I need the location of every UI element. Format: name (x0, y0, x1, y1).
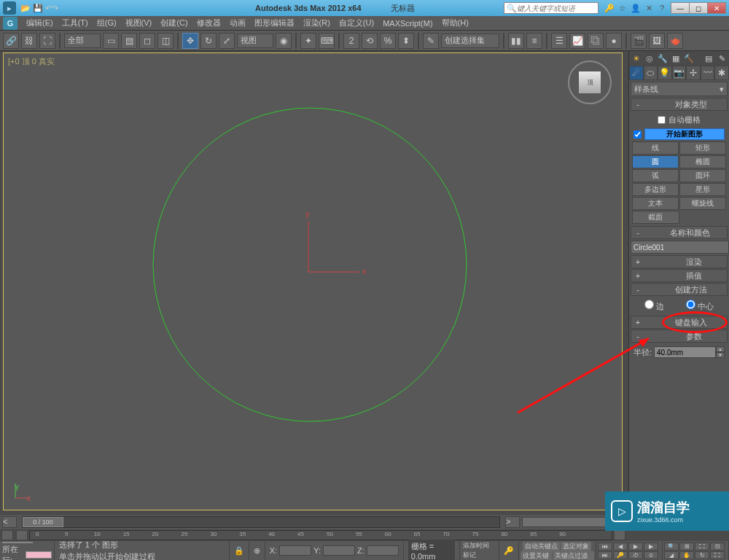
time-tag-add[interactable]: 添加时间标记 (460, 541, 499, 560)
rollout-object-type[interactable]: -对象类型 (631, 98, 728, 111)
radius-spinner[interactable]: ▲▼ (654, 346, 725, 358)
fov-icon[interactable]: ◢ (664, 551, 679, 559)
next-frame-icon[interactable]: ▶ (644, 542, 658, 551)
menu-edit[interactable]: 编辑(E) (22, 18, 58, 28)
render-icon[interactable]: 🫖 (667, 33, 683, 49)
zoom-extents-icon[interactable]: ⛶ (695, 542, 709, 551)
goto-end-icon[interactable]: ⏭ (598, 551, 612, 559)
script-input[interactable] (26, 551, 52, 559)
time-slider-track[interactable]: 0 / 100 (22, 516, 500, 528)
radio-edge[interactable]: 边 (644, 300, 664, 312)
menu-views[interactable]: 视图(V) (121, 18, 157, 28)
menu-help[interactable]: 帮助(H) (437, 18, 473, 28)
lock-selection-icon[interactable]: 🔒 (230, 541, 249, 560)
bind-icon[interactable]: ⛶ (39, 33, 55, 49)
category-dropdown[interactable]: 样条线▾ (631, 82, 728, 96)
rollout-interp[interactable]: +插值 (631, 269, 728, 282)
menu-create[interactable]: 创建(C) (156, 18, 192, 28)
menu-customize[interactable]: 自定义(U) (335, 18, 378, 28)
tab-systems-icon[interactable]: ✱ (714, 66, 729, 80)
keyboard-icon[interactable]: ⌨ (319, 33, 335, 49)
hammer-icon[interactable]: 🔨 (683, 52, 695, 64)
exchange-icon[interactable]: ✕ (644, 3, 654, 13)
spinner-snap-icon[interactable]: ⬍ (398, 33, 414, 49)
select-rect-icon[interactable]: ◻ (139, 33, 155, 49)
trackbar-toggle-icon[interactable] (1, 530, 13, 540)
tool-icon[interactable]: 🔧 (657, 52, 668, 64)
y-input[interactable] (323, 545, 355, 556)
time-config-icon[interactable]: ⏱ (628, 551, 643, 559)
timeline-btn[interactable]: > (505, 516, 520, 528)
shape-text[interactable]: 文本 (632, 197, 679, 210)
radio-center[interactable]: 中心 (686, 300, 714, 312)
ref-coord-system[interactable]: 视图 (237, 34, 273, 48)
menu-modifiers[interactable]: 修改器 (192, 18, 225, 28)
help-icon[interactable]: ? (657, 3, 667, 13)
shape-ngon[interactable]: 多边形 (632, 183, 679, 196)
shape-helix[interactable]: 螺旋线 (679, 197, 726, 210)
unlink-icon[interactable]: ⛓ (21, 33, 37, 49)
play-icon[interactable]: ▶ (628, 542, 643, 551)
pivot-icon[interactable]: ◉ (276, 33, 292, 49)
autokey-button[interactable]: 自动关键点 (523, 542, 560, 551)
shape-star[interactable]: 星形 (679, 183, 726, 196)
layers-icon[interactable]: ☰ (551, 33, 567, 49)
shape-line[interactable]: 线 (632, 141, 679, 155)
script-mini-listener[interactable] (2, 542, 33, 543)
menu-graph[interactable]: 图形编辑器 (250, 18, 299, 28)
goto-start-icon[interactable]: ⏮ (598, 542, 612, 551)
qat-undo-icon[interactable]: ↶ (45, 4, 52, 13)
shape-circle[interactable]: 圆 (632, 155, 679, 168)
tab-shapes-icon[interactable]: ⬭ (644, 66, 658, 80)
align-icon[interactable]: ≡ (526, 33, 542, 49)
zoom-extents-all-icon[interactable]: ⊡ (710, 542, 725, 551)
qat-redo-icon[interactable]: ↷ (52, 4, 58, 13)
mirror-icon[interactable]: ▮▮ (508, 33, 524, 49)
prev-frame-icon[interactable]: ◀ (613, 542, 628, 551)
shape-section[interactable]: 截面 (632, 211, 679, 224)
scale-icon[interactable]: ⤢ (219, 33, 235, 49)
maximize-viewport-icon[interactable]: ⛶ (710, 551, 725, 559)
link-icon[interactable]: 🔗 (3, 33, 19, 49)
rollout-method[interactable]: -创建方法 (631, 283, 728, 296)
render-setup-icon[interactable]: 🎬 (631, 33, 647, 49)
menu-animation[interactable]: 动画 (225, 18, 250, 28)
key-mode-icon[interactable]: 🔑 (613, 551, 628, 559)
rotate-icon[interactable]: ↻ (200, 33, 217, 49)
shape-rectangle[interactable]: 矩形 (679, 141, 726, 155)
pan-icon[interactable]: ✋ (679, 551, 694, 559)
spinner-down-icon[interactable]: ▼ (716, 352, 725, 358)
close-button[interactable]: ✕ (707, 2, 726, 14)
spinner-up-icon[interactable]: ▲ (716, 346, 725, 352)
menu-maxscript[interactable]: MAXScript(M) (378, 19, 437, 28)
menu-rendering[interactable]: 渲染(R) (299, 18, 335, 28)
tab-helpers-icon[interactable]: ✢ (686, 66, 701, 80)
move-icon[interactable]: ✥ (182, 33, 198, 49)
shape-donut[interactable]: 圆环 (679, 169, 726, 182)
viewport-top[interactable]: [+0 顶 0 真实 x y 顶 yx (3, 52, 623, 510)
named-sel-icon[interactable]: ✎ (423, 33, 439, 49)
select-icon[interactable]: ▭ (103, 33, 119, 49)
brush-icon[interactable]: ✎ (716, 52, 728, 64)
keyfilters-button[interactable]: 关键点过滤器... (553, 551, 594, 560)
manip-icon[interactable]: ✦ (300, 33, 316, 49)
object-name-input[interactable] (631, 241, 729, 254)
info-icon[interactable]: 🔑 (604, 3, 615, 13)
zoom-icon[interactable]: 🔍 (664, 542, 679, 551)
snap-angle-icon[interactable]: ⟲ (362, 33, 378, 49)
qat-icon[interactable]: 📂 (20, 4, 31, 13)
key-icon[interactable]: 🔑 (499, 541, 519, 560)
tab-spacewarps-icon[interactable]: 〰 (701, 66, 715, 80)
rollout-render[interactable]: +渲染 (631, 255, 728, 268)
frame-input[interactable]: 0 (644, 551, 658, 559)
tab-cameras-icon[interactable]: 📷 (672, 66, 687, 80)
autogrid-checkbox[interactable] (658, 116, 666, 124)
radius-input[interactable] (654, 346, 716, 358)
start-new-shape-button[interactable]: 开始新图形 (644, 128, 725, 140)
favorite-icon[interactable]: ☆ (617, 3, 628, 13)
viewcube-face[interactable]: 顶 (578, 71, 601, 94)
startnew-checkbox[interactable] (634, 131, 642, 139)
tab-geometry-icon[interactable]: ☄ (629, 66, 644, 80)
snap-percent-icon[interactable]: % (380, 33, 396, 49)
x-input[interactable] (279, 545, 311, 556)
